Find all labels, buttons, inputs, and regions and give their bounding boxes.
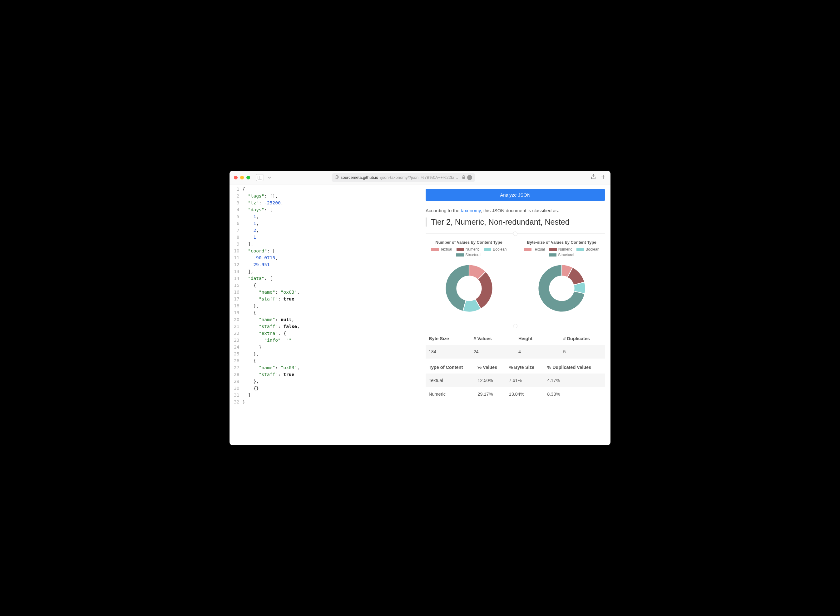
legend-label: Boolean <box>493 247 506 252</box>
chevron-down-icon[interactable] <box>266 174 273 181</box>
taxonomy-link[interactable]: taxonomy <box>461 208 481 213</box>
table-cell: 7.61% <box>506 374 544 387</box>
new-tab-icon[interactable] <box>600 174 606 181</box>
swatch-textual <box>431 248 439 251</box>
address-bar[interactable]: sourcemeta.github.io /json-taxonomy/?jso… <box>332 173 475 182</box>
code-area[interactable]: { "tags": [], "tz": -25200, "days": [ 1,… <box>242 186 306 445</box>
swatch-textual <box>524 248 531 251</box>
window-controls <box>234 176 250 179</box>
table-header: % Duplicated Values <box>544 361 605 374</box>
toolbar-right <box>590 174 606 181</box>
table-cell: 29.17% <box>474 387 506 401</box>
table-cell: 5 <box>560 345 605 359</box>
sidebar-toggle-icon[interactable] <box>256 174 264 181</box>
legend-label: Numeric <box>558 247 572 252</box>
table-cell: 4 <box>515 345 560 359</box>
legend-label: Numeric <box>466 247 480 252</box>
chart-legend: Textual Numeric Boolean Structural <box>518 247 605 257</box>
legend-label: Boolean <box>585 247 599 252</box>
browser-window: sourcemeta.github.io /json-taxonomy/?jso… <box>229 171 611 445</box>
table-cell: Numeric <box>426 387 474 401</box>
share-icon[interactable] <box>590 174 596 181</box>
lock-icon <box>462 175 465 180</box>
intro-prefix: According to the <box>426 208 461 213</box>
classification-heading: Tier 2, Numeric, Non-redundant, Nested <box>426 217 605 227</box>
table-header: Height <box>515 332 560 345</box>
table-header: % Values <box>474 361 506 374</box>
close-icon[interactable] <box>234 176 238 179</box>
donut-chart <box>534 260 590 317</box>
swatch-structural <box>456 254 464 257</box>
legend-label: Textual <box>440 247 452 252</box>
line-gutter: 1234567891011121314151617181920212223242… <box>229 186 242 445</box>
json-editor[interactable]: 1234567891011121314151617181920212223242… <box>229 185 420 445</box>
type-table: Type of Content% Values% Byte Size% Dupl… <box>426 361 605 401</box>
divider <box>426 233 605 234</box>
url-actions: ⋯ <box>462 175 472 180</box>
table-row: 1842445 <box>426 345 605 359</box>
table-header: Byte Size <box>426 332 471 345</box>
content: 1234567891011121314151617181920212223242… <box>229 185 611 445</box>
swatch-boolean <box>484 248 491 251</box>
url-path: /json-taxonomy/?json=%7B%0A++%22tags%22 <box>380 175 460 180</box>
chart-title: Byte-size of Values by Content Type <box>518 240 605 245</box>
url-host: sourcemeta.github.io <box>341 175 378 180</box>
charts-row: Number of Values by Content Type Textual… <box>426 240 605 318</box>
analyze-button[interactable]: Analyze JSON <box>426 189 605 201</box>
table-cell: Textual <box>426 374 474 387</box>
svg-rect-5 <box>462 177 465 179</box>
minimize-icon[interactable] <box>240 176 244 179</box>
swatch-structural <box>549 254 556 257</box>
chart-count: Number of Values by Content Type Textual… <box>426 240 512 318</box>
table-row: Numeric29.17%13.04%8.33% <box>426 387 605 401</box>
globe-icon <box>335 175 339 180</box>
table-cell: 24 <box>471 345 516 359</box>
zoom-icon[interactable] <box>246 176 250 179</box>
table-header: # Values <box>471 332 516 345</box>
table-row: Textual12.50%7.61%4.17% <box>426 374 605 387</box>
swatch-numeric <box>549 248 557 251</box>
intro-text: According to the taxonomy, this JSON doc… <box>426 208 605 213</box>
table-cell: 13.04% <box>506 387 544 401</box>
chart-size: Byte-size of Values by Content Type Text… <box>518 240 605 318</box>
intro-suffix: , this JSON document is classified as: <box>481 208 559 213</box>
table-cell: 184 <box>426 345 471 359</box>
table-header: % Byte Size <box>506 361 544 374</box>
table-header: Type of Content <box>426 361 474 374</box>
titlebar: sourcemeta.github.io /json-taxonomy/?jso… <box>229 171 611 185</box>
chart-title: Number of Values by Content Type <box>426 240 512 245</box>
results-panel: Analyze JSON According to the taxonomy, … <box>420 185 611 445</box>
divider <box>426 326 605 326</box>
table-cell: 12.50% <box>474 374 506 387</box>
legend-label: Structural <box>465 253 481 257</box>
stats-table: Byte Size# ValuesHeight# Duplicates 1842… <box>426 332 605 359</box>
table-cell: 8.33% <box>544 387 605 401</box>
table-cell: 4.17% <box>544 374 605 387</box>
swatch-numeric <box>456 248 464 251</box>
swatch-boolean <box>577 248 584 251</box>
svg-rect-0 <box>258 176 262 179</box>
donut-chart <box>441 260 497 317</box>
table-header: # Duplicates <box>560 332 605 345</box>
legend-label: Textual <box>533 247 545 252</box>
legend-label: Structural <box>558 253 574 257</box>
chart-legend: Textual Numeric Boolean Structural <box>426 247 512 257</box>
more-icon[interactable]: ⋯ <box>467 175 472 180</box>
